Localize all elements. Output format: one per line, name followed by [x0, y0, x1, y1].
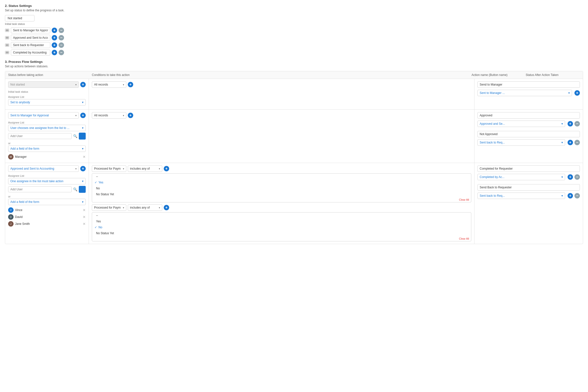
remove-user-button[interactable]: ✕	[83, 155, 86, 159]
status-name-input[interactable]	[11, 27, 50, 33]
assignee-type-dropdown[interactable]: One assignee in the list must take actio…	[8, 178, 86, 184]
remove-user-button[interactable]: ✕	[83, 215, 86, 219]
dropdown-item[interactable]: ✓ No	[92, 224, 471, 230]
dropdown-item[interactable]: No Status Yet	[92, 230, 471, 236]
search-button[interactable]: 🔍	[73, 134, 77, 138]
condition-block-0: Processed for Paym ▾ includes any of ▾ +…	[92, 166, 471, 202]
dropdown-item[interactable]: Yes	[92, 218, 471, 224]
condition-field-dropdown[interactable]: Processed for Paym ▾	[92, 204, 126, 211]
col-header-2: Conditions to take this action	[92, 73, 472, 77]
remove-action-button[interactable]: −	[575, 140, 580, 145]
status-name-input[interactable]	[11, 42, 50, 48]
chevron-down-icon: ▾	[123, 206, 124, 209]
add-action-button[interactable]: +	[568, 174, 573, 180]
chevron-down-icon: ▾	[75, 114, 77, 117]
dropdown-item[interactable]: No	[92, 186, 471, 191]
condition-field-dropdown[interactable]: Processed for Paym ▾	[92, 166, 126, 172]
condition-field-label: Processed for Paym	[94, 206, 121, 209]
assignee-type-label: One assignee in the list must take actio…	[10, 180, 63, 183]
assignee-list-label: Assignee List	[8, 96, 86, 98]
add-user-input[interactable]	[8, 186, 72, 192]
add-field-dropdown[interactable]: Add a field of the form ▾	[8, 146, 86, 152]
assignee-list-label: Assignee List	[8, 174, 86, 177]
initial-status-input[interactable]: Not started	[5, 15, 34, 22]
remove-status-button[interactable]: −	[59, 50, 64, 55]
or-label: or	[8, 142, 86, 145]
action-name-input[interactable]	[477, 112, 580, 118]
condition-operator-dropdown[interactable]: includes any of ▾	[128, 204, 162, 211]
dropdown-item[interactable]: --	[92, 174, 471, 180]
add-user-input[interactable]	[8, 133, 72, 139]
action-name-input[interactable]	[477, 81, 580, 88]
status-after-dropdown[interactable]: Approved and Se... ▾	[477, 120, 565, 127]
add-action-button[interactable]: +	[568, 121, 573, 126]
clear-all-button[interactable]: Clear All	[92, 197, 471, 202]
condition-field-dropdown[interactable]: All records ▾	[92, 112, 126, 118]
sort-handle[interactable]	[5, 28, 9, 32]
add-status-row-button[interactable]: +	[80, 166, 86, 171]
chevron-down-icon: ▾	[82, 147, 83, 150]
status-name-input[interactable]	[11, 35, 50, 41]
remove-status-button[interactable]: −	[59, 35, 64, 40]
add-user-icon-button[interactable]: 👤	[79, 186, 86, 193]
add-action-button[interactable]: +	[568, 193, 573, 198]
remove-action-button[interactable]: −	[575, 193, 580, 198]
add-condition-button[interactable]: +	[128, 113, 133, 118]
dropdown-item[interactable]: ✓ Yes	[92, 180, 471, 186]
add-field-dropdown[interactable]: Add a field of the form ▾	[8, 199, 86, 205]
add-status-button[interactable]: +	[52, 28, 57, 33]
user-tag: V Vince ✕	[8, 206, 86, 214]
chevron-down-icon: ▾	[159, 206, 160, 209]
remove-user-button[interactable]: ✕	[83, 208, 86, 212]
avatar: V	[8, 207, 13, 213]
add-condition-button[interactable]: +	[128, 82, 133, 87]
action-name-input[interactable]	[477, 184, 580, 190]
add-status-row-button[interactable]: +	[80, 113, 86, 118]
add-user-icon-button[interactable]: 👤	[79, 133, 86, 140]
add-action-button[interactable]: +	[575, 90, 580, 96]
status-before-dropdown[interactable]: Approved and Sent to Accounting ▾	[8, 166, 79, 172]
clear-all-button[interactable]: Clear All	[92, 236, 471, 241]
add-status-button[interactable]: +	[52, 35, 57, 40]
status-before-dropdown[interactable]: Sent to Manager for Approval ▾	[8, 112, 79, 118]
add-status-row-button[interactable]: +	[80, 82, 86, 87]
remove-action-button[interactable]: −	[575, 121, 580, 126]
condition-block-0: All records ▾ +	[92, 112, 471, 118]
search-button[interactable]: 🔍	[73, 187, 77, 191]
condition-field-dropdown[interactable]: All records ▾	[92, 81, 126, 88]
add-condition-button[interactable]: +	[164, 205, 169, 210]
sort-handle[interactable]	[5, 51, 9, 54]
add-status-button[interactable]: +	[52, 42, 57, 48]
condition-operator-dropdown[interactable]: includes any of ▾	[128, 166, 162, 172]
status-after-row: Sent to Manager ... ▾ +	[477, 90, 580, 96]
add-action-button[interactable]: +	[568, 140, 573, 145]
remove-user-button[interactable]: ✕	[83, 222, 86, 226]
assignee-type-dropdown[interactable]: Set to anybody ▾	[8, 99, 86, 106]
status-after-dropdown[interactable]: Sent back to Req... ▾	[477, 139, 565, 146]
add-status-button[interactable]: +	[52, 50, 57, 55]
status-after-dropdown[interactable]: Sent back to Req... ▾	[477, 192, 565, 199]
status-row: + −	[5, 27, 583, 33]
status-row: + −	[5, 50, 583, 56]
sort-handle[interactable]	[5, 36, 9, 40]
sort-handle[interactable]	[5, 44, 9, 47]
chevron-down-icon: ▾	[568, 91, 570, 95]
flow-row-1: Sent to Manager for Approval ▾ + Assigne…	[5, 110, 583, 163]
chevron-down-icon: ▾	[561, 194, 563, 198]
status-after-dropdown[interactable]: Sent to Manager ... ▾	[477, 90, 572, 96]
remove-action-button[interactable]: −	[575, 174, 580, 180]
status-before-dropdown[interactable]: Not started ▾	[8, 81, 79, 88]
avatar: D	[8, 214, 13, 220]
dropdown-item[interactable]: No Status Yet	[92, 191, 471, 197]
status-name-input[interactable]	[11, 50, 50, 56]
remove-status-button[interactable]: −	[59, 28, 64, 33]
status-after-dropdown[interactable]: Completed by Ac... ▾	[477, 174, 565, 180]
dropdown-item[interactable]: --	[92, 212, 471, 218]
action-name-input[interactable]	[477, 166, 580, 172]
assignee-type-dropdown[interactable]: User chooses one assignee from the list …	[8, 125, 86, 131]
dropdown-item-label: No	[96, 187, 100, 190]
add-condition-button[interactable]: +	[164, 166, 169, 171]
condition-block-1: Processed for Paym ▾ includes any of ▾ +…	[92, 204, 471, 241]
action-name-input[interactable]	[477, 131, 580, 137]
remove-status-button[interactable]: −	[59, 42, 64, 48]
